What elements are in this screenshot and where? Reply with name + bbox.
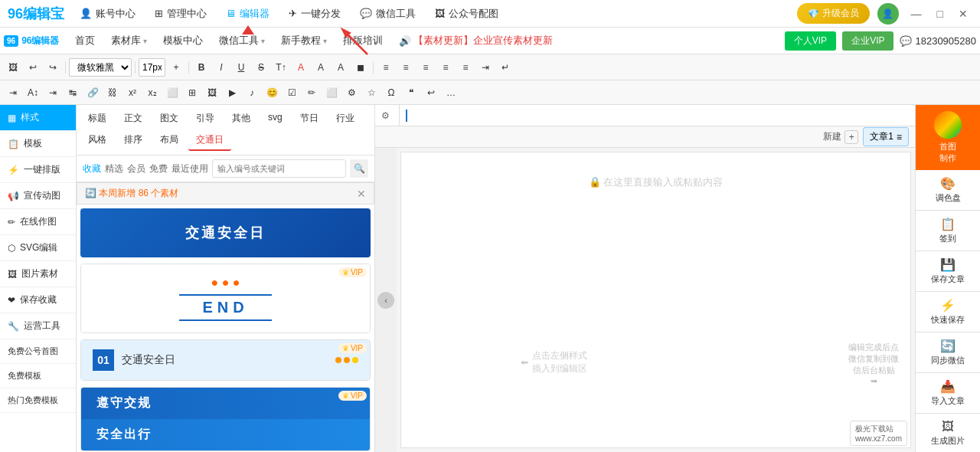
sidebar-free-home[interactable]: 免费公号首图: [0, 339, 76, 364]
right-panel-generate[interactable]: 🖼 生成图片: [916, 414, 980, 452]
menu-newbie[interactable]: 新手教程 ▾: [275, 31, 333, 51]
tag-recent[interactable]: 最近使用: [172, 162, 208, 175]
maximize-button[interactable]: □: [933, 6, 948, 21]
sidebar-tools[interactable]: 🔧 运营工具: [0, 313, 76, 339]
title-nav-account[interactable]: 👤 账号中心: [80, 7, 136, 21]
toolbar-undo[interactable]: ↩: [24, 58, 42, 77]
tb2-lineheight[interactable]: A↕: [24, 84, 42, 102]
style-card-4[interactable]: ♛ VIP 遵守交规 安全出行: [80, 387, 371, 451]
tb2-indent2[interactable]: ⇥: [44, 84, 62, 102]
tb2-undo2[interactable]: ↩: [422, 84, 440, 102]
style-search-input[interactable]: [212, 159, 346, 178]
tb2-table[interactable]: ⊞: [183, 84, 201, 102]
tb2-special[interactable]: ☆: [362, 84, 381, 102]
superscript-btn[interactable]: T↑: [272, 58, 290, 77]
tb2-quote[interactable]: ❝: [402, 84, 420, 102]
menu-materials[interactable]: 素材库 ▾: [105, 31, 153, 51]
title-nav-wechat[interactable]: 💬 微信工具: [360, 7, 416, 21]
tb2-draw[interactable]: ✏: [302, 84, 321, 102]
editor-canvas[interactable]: 🔒 在这里直接输入或粘贴内容 ⬅ 点击左侧样式 插入到编辑区 编辑完成后点 微信…: [400, 152, 911, 448]
tb2-code[interactable]: ⬜: [163, 84, 181, 102]
tb2-tab[interactable]: ↹: [64, 84, 82, 102]
tb2-sub[interactable]: x₂: [143, 84, 162, 102]
font-color-a[interactable]: A: [312, 58, 330, 77]
toolbar-img-btn[interactable]: 🖼: [4, 58, 22, 77]
tab-holiday[interactable]: 节日: [292, 109, 326, 128]
close-badge-button[interactable]: ✕: [357, 188, 366, 200]
list-btn[interactable]: ⇥: [476, 58, 495, 77]
new-article-btn[interactable]: 新建 +: [823, 130, 858, 144]
title-nav-manage[interactable]: ⊞ 管理中心: [155, 7, 207, 21]
title-nav-oa[interactable]: 🖼 公众号配图: [435, 7, 498, 21]
font-size-input[interactable]: [139, 58, 165, 77]
menu-templates[interactable]: 模板中心: [157, 31, 209, 51]
underline-btn[interactable]: U: [232, 58, 250, 77]
left-arrow-button[interactable]: ‹: [377, 292, 394, 309]
personal-vip-button[interactable]: 个人VIP: [785, 31, 836, 51]
tb2-eraser[interactable]: ⬜: [322, 84, 341, 102]
sidebar-hot-template[interactable]: 热门免费模板: [0, 388, 76, 413]
tb2-emoji[interactable]: 😊: [263, 84, 281, 102]
align-justify[interactable]: ≡: [436, 58, 455, 77]
tab-svg[interactable]: svg: [260, 109, 290, 128]
right-panel-save[interactable]: 💾 保存文章: [916, 251, 980, 292]
menu-typeset[interactable]: 排版培训: [337, 31, 389, 51]
tag-vip[interactable]: 会员: [127, 162, 145, 175]
tb2-audio[interactable]: ♪: [243, 84, 261, 102]
sidebar-free-template[interactable]: 免费模板: [0, 364, 76, 388]
tb2-link[interactable]: 🔗: [83, 84, 102, 102]
tab-sort[interactable]: 排序: [116, 130, 150, 151]
tb2-video[interactable]: ▶: [223, 84, 241, 102]
article-tab-1[interactable]: 文章1 ≡: [863, 127, 909, 146]
style-card-2[interactable]: ♛ VIP ● ● ● END: [80, 264, 371, 333]
add-article-button[interactable]: +: [844, 130, 858, 144]
sidebar-svg[interactable]: ⬡ SVG编辑: [0, 235, 76, 261]
tab-title[interactable]: 标题: [80, 109, 114, 128]
align-extra[interactable]: ≡: [456, 58, 475, 77]
tag-free[interactable]: 免费: [149, 162, 168, 175]
tab-style2[interactable]: 风格: [80, 130, 114, 151]
tab-quote[interactable]: 引导: [188, 109, 222, 128]
toolbar-redo[interactable]: ↪: [44, 58, 62, 77]
right-panel-sync[interactable]: 🔄 同步微信: [916, 332, 980, 373]
tb2-more[interactable]: …: [442, 84, 460, 102]
title-nav-editor[interactable]: 🖥 编辑器: [226, 7, 270, 21]
align-right[interactable]: ≡: [416, 58, 435, 77]
right-panel-quick-save[interactable]: ⚡ 快速保存: [916, 292, 980, 332]
sidebar-online[interactable]: ✏ 在线作图: [0, 209, 76, 235]
tab-other[interactable]: 其他: [224, 109, 258, 128]
font-highlight[interactable]: ◼: [351, 58, 370, 77]
right-panel-sign[interactable]: 📋 签到: [916, 211, 980, 251]
tb2-settings[interactable]: ⚙: [342, 84, 361, 102]
tab-traffic[interactable]: 交通日: [188, 130, 231, 151]
enterprise-vip-button[interactable]: 企业VIP: [842, 31, 893, 51]
title-nav-onedist[interactable]: ✈ 一键分发: [289, 7, 341, 21]
tb2-symbol[interactable]: Ω: [382, 84, 400, 102]
menu-news[interactable]: 🔊 【素材更新】企业宣传素材更新: [393, 31, 559, 51]
tb2-img[interactable]: 🖼: [203, 84, 221, 102]
font-size-plus[interactable]: +: [167, 58, 185, 77]
sidebar-promo[interactable]: 📢 宣传动图: [0, 183, 76, 209]
align-center[interactable]: ≡: [397, 58, 415, 77]
right-panel-import[interactable]: 📥 导入文章: [916, 373, 980, 414]
tab-body[interactable]: 正文: [116, 109, 150, 128]
tb2-unlink[interactable]: ⛓: [103, 84, 122, 102]
sidebar-favorites[interactable]: ❤ 保存收藏: [0, 287, 76, 313]
tb2-sup[interactable]: x²: [123, 84, 142, 102]
minimize-button[interactable]: —: [906, 6, 926, 21]
tb2-indent[interactable]: ⇥: [4, 84, 22, 102]
align-left[interactable]: ≡: [377, 58, 395, 77]
tab-industry[interactable]: 行业: [328, 109, 362, 128]
font-color-btn[interactable]: A: [292, 58, 310, 77]
style-card-1[interactable]: 交通安全日: [80, 208, 371, 257]
tb2-check[interactable]: ☑: [283, 84, 301, 102]
sidebar-onekey[interactable]: ⚡ 一键排版: [0, 157, 76, 183]
tag-favorites[interactable]: 收藏: [83, 162, 101, 175]
italic-btn[interactable]: I: [212, 58, 230, 77]
tab-image[interactable]: 图文: [152, 109, 186, 128]
right-panel-top-item[interactable]: 首图 制作: [916, 105, 980, 170]
font-selector[interactable]: 微软雅黑: [69, 58, 132, 77]
more-btn[interactable]: ↵: [496, 58, 514, 77]
style-search-button[interactable]: 🔍: [350, 159, 368, 178]
avatar[interactable]: 👤: [877, 3, 899, 25]
